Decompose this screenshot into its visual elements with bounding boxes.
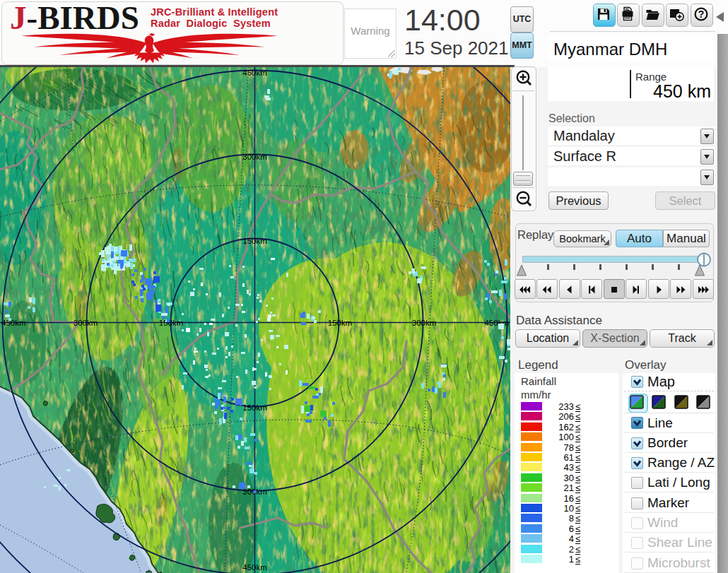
svg-text:450km: 450km [242, 563, 267, 572]
svg-text:450km: 450km [484, 319, 509, 327]
svg-text:?: ? [698, 8, 705, 20]
svg-text:150km: 150km [242, 237, 267, 245]
svg-text:300km: 300km [74, 319, 98, 327]
svg-text:150km: 150km [328, 319, 353, 327]
svg-text:450km: 450km [1, 319, 26, 327]
svg-text:300km: 300km [412, 319, 437, 327]
svg-text:150km: 150km [242, 403, 267, 412]
svg-text:450km: 450km [242, 69, 267, 77]
svg-text:300km: 300km [242, 153, 267, 161]
svg-text:150km: 150km [159, 319, 184, 327]
